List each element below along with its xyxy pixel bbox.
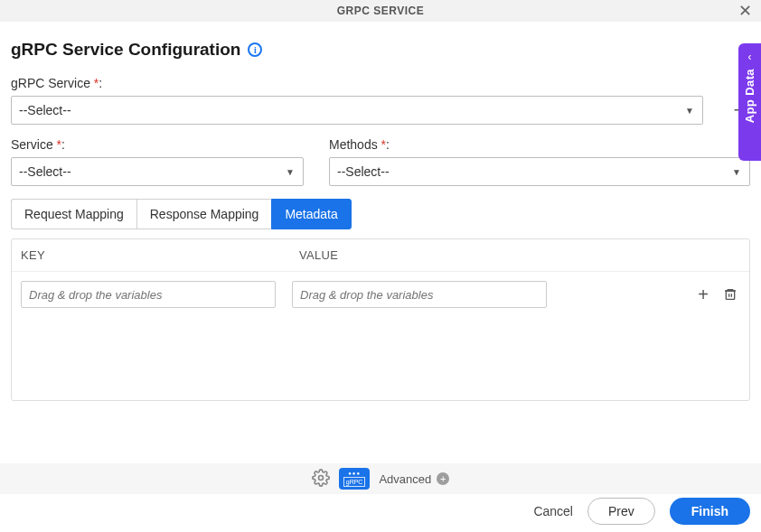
page-heading-row: gRPC Service Configuration i [11, 40, 750, 60]
close-icon[interactable]: ✕ [736, 2, 754, 20]
app-data-label: App Data [743, 69, 756, 123]
chip-dots: ●●● [348, 471, 361, 476]
metadata-value-input[interactable] [292, 281, 547, 308]
grpc-step-chip[interactable]: ●●● gRPC [339, 468, 371, 490]
required-asterisk: * [94, 76, 99, 90]
prev-button[interactable]: Prev [587, 498, 655, 525]
tabs: Request Mapping Response Mapping Metadat… [11, 199, 750, 229]
tab-metadata[interactable]: Metadata [271, 199, 351, 229]
svg-point-1 [318, 475, 323, 480]
row-grpc-service: gRPC Service *: ▼ + [11, 76, 750, 125]
gear-icon[interactable] [312, 469, 330, 490]
select-grpc-service[interactable] [11, 96, 703, 125]
select-methods[interactable] [329, 157, 750, 186]
col-key: KEY [21, 248, 299, 262]
label-methods-text: Methods [329, 137, 378, 152]
advanced-button[interactable]: Advanced + [379, 472, 449, 486]
modal-title: GRPC SERVICE [337, 5, 424, 17]
metadata-row-actions: + [693, 285, 740, 304]
page-title: gRPC Service Configuration [11, 40, 240, 60]
label-methods: Methods *: [329, 137, 750, 152]
metadata-panel: KEY VALUE + [11, 238, 750, 401]
label-service-text: Service [11, 137, 53, 152]
app-data-side-tab[interactable]: ‹ App Data [738, 43, 761, 161]
label-service: Service *: [11, 137, 304, 152]
metadata-header: KEY VALUE [12, 239, 749, 272]
label-grpc-service: gRPC Service *: [11, 76, 703, 90]
metadata-key-input[interactable] [21, 281, 276, 308]
field-service: Service *: ▼ [11, 137, 304, 186]
field-methods: Methods *: ▼ [329, 137, 750, 186]
plus-circle-icon: + [437, 472, 449, 485]
chip-label: gRPC [343, 477, 366, 487]
select-service[interactable] [11, 157, 304, 186]
tab-request-mapping[interactable]: Request Mapping [11, 199, 136, 229]
field-grpc-service: gRPC Service *: ▼ [11, 76, 703, 125]
content: gRPC Service Configuration i gRPC Servic… [0, 22, 761, 401]
metadata-row: + [12, 272, 749, 317]
label-grpc-service-text: gRPC Service [11, 76, 90, 90]
chevron-left-icon: ‹ [748, 51, 752, 63]
col-value: VALUE [299, 248, 740, 262]
modal-header: GRPC SERVICE ✕ [0, 0, 761, 22]
cancel-button[interactable]: Cancel [533, 504, 573, 518]
info-icon[interactable]: i [248, 42, 262, 57]
select-methods-wrap: ▼ [329, 157, 750, 186]
required-asterisk: * [57, 137, 61, 152]
select-service-wrap: ▼ [11, 157, 304, 186]
finish-button[interactable]: Finish [670, 498, 750, 525]
required-asterisk: * [381, 137, 386, 152]
delete-row-icon[interactable] [720, 285, 740, 304]
row-service-methods: Service *: ▼ Methods *: ▼ [11, 137, 750, 186]
add-row-icon[interactable]: + [693, 285, 713, 304]
footer-toolbar: ●●● gRPC Advanced + [0, 463, 761, 494]
wizard-buttons: Cancel Prev Finish [533, 498, 750, 525]
tab-response-mapping[interactable]: Response Mapping [136, 199, 272, 229]
select-grpc-service-wrap: ▼ [11, 96, 703, 125]
advanced-label: Advanced [379, 472, 431, 486]
svg-rect-0 [726, 291, 734, 299]
